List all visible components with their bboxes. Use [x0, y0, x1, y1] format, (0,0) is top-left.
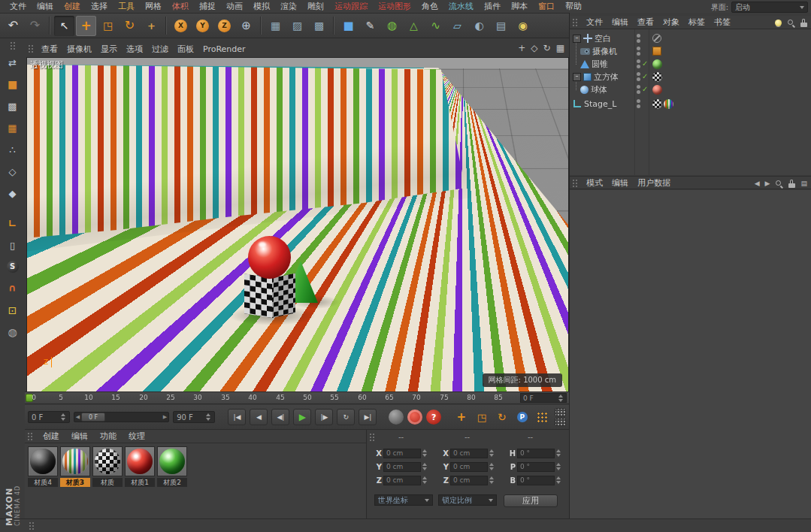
size-y-field[interactable]: Y0 cm — [441, 461, 495, 472]
object-name[interactable]: Stage_L — [584, 99, 616, 109]
viewport-solo-button[interactable]: ▯ — [3, 235, 23, 255]
rotate-tool-button[interactable]: ↻ — [120, 16, 140, 36]
menu-sculpt[interactable]: 雕刻 — [302, 0, 329, 14]
menu-pipeline[interactable]: 流水线 — [443, 0, 479, 14]
material-name[interactable]: 材质3 — [60, 478, 90, 487]
render-settings-button[interactable]: ▩ — [309, 16, 329, 36]
viewport-canvas[interactable]: 透视视图 网格间距: 1000 cm Z — [26, 57, 569, 392]
timeline-ruler[interactable]: 0 5 10 15 20 25 30 35 40 45 50 55 60 65 … — [25, 391, 569, 404]
menu-mesh[interactable]: 网格 — [140, 0, 167, 14]
material-menu-texture[interactable]: 纹理 — [123, 431, 151, 442]
polygons-mode-button[interactable]: ◆ — [3, 183, 23, 203]
field-value[interactable]: 0 cm — [383, 462, 421, 472]
om-menu-file[interactable]: 文件 — [582, 17, 607, 28]
menu-tools[interactable]: 工具 — [113, 0, 140, 14]
goto-start-button[interactable]: |◀ — [228, 409, 246, 425]
size-x-field[interactable]: X0 cm — [441, 448, 495, 458]
stepper-icon[interactable] — [422, 449, 428, 457]
key-parameter-toggle[interactable]: P — [514, 409, 531, 425]
stepper-icon[interactable] — [489, 463, 495, 470]
frame-range-slider[interactable]: ◀ 0 F ▶ — [74, 412, 170, 422]
material-item-selected[interactable]: 材质3 — [60, 446, 90, 487]
material-name[interactable]: 材质2 — [157, 478, 187, 487]
lock-z-axis-button[interactable]: Z — [214, 16, 235, 36]
object-row-cube[interactable]: 立方体 — [573, 71, 619, 83]
points-mode-button[interactable]: ∴ — [3, 140, 23, 159]
om-menu-tags[interactable]: 标签 — [684, 17, 710, 28]
zoom-view-icon[interactable]: ◇ — [531, 44, 537, 53]
live-selection-tool-button[interactable]: ↖ — [54, 16, 74, 36]
field-value[interactable]: 0 cm — [383, 476, 421, 485]
collapse-icon[interactable] — [573, 73, 581, 81]
object-name[interactable]: 摄像机 — [592, 46, 617, 57]
am-menu-mode[interactable]: 模式 — [582, 177, 607, 189]
rotation-h-field[interactable]: H0 ° — [508, 448, 561, 458]
workplane-mode-button[interactable]: ▦ — [3, 118, 23, 138]
menu-render[interactable]: 渲染 — [275, 0, 302, 14]
field-value[interactable]: 0 ° — [517, 449, 555, 458]
material-name[interactable]: 材质 — [92, 478, 123, 487]
display-off-tag-icon[interactable] — [652, 34, 661, 43]
key-pla-toggle[interactable] — [534, 409, 551, 425]
field-value[interactable]: 0 ° — [517, 462, 555, 472]
search-icon[interactable] — [775, 180, 783, 188]
lock-y-axis-button[interactable]: Y — [192, 16, 213, 36]
om-menu-view[interactable]: 查看 — [633, 17, 658, 28]
normal-move-button[interactable]: ◍ — [3, 322, 23, 342]
material-item[interactable]: 材质4 — [28, 446, 58, 487]
visibility-dots[interactable] — [637, 47, 640, 56]
axis-mode-button[interactable]: ∟ — [3, 213, 23, 233]
position-y-field[interactable]: Y0 cm — [374, 461, 428, 472]
visibility-dots[interactable] — [637, 85, 640, 94]
lock-x-axis-button[interactable]: X — [171, 16, 191, 36]
material-menu-function[interactable]: 功能 — [94, 431, 123, 442]
menu-create[interactable]: 创建 — [59, 0, 86, 14]
stepper-icon[interactable] — [556, 463, 561, 470]
size-z-field[interactable]: Z0 cm — [441, 475, 495, 485]
object-name[interactable]: 球体 — [591, 84, 607, 95]
search-icon[interactable] — [787, 19, 795, 27]
object-name[interactable]: 空白 — [595, 33, 611, 44]
object-row-cone[interactable]: 圆锥 — [580, 58, 608, 70]
redo-button[interactable]: ↷ — [25, 16, 45, 36]
viewport-menu-filter[interactable]: 过滤 — [147, 44, 173, 55]
next-frame-button[interactable]: |▶ — [315, 409, 333, 425]
edges-mode-button[interactable]: ◇ — [3, 162, 23, 181]
menu-help[interactable]: 帮助 — [560, 0, 587, 14]
material-thumbnail[interactable] — [60, 446, 90, 476]
material-menu-edit[interactable]: 编辑 — [65, 431, 94, 442]
slider-left-arrow-icon[interactable]: ◀ — [74, 414, 81, 420]
om-menu-bookmarks[interactable]: 书签 — [710, 17, 735, 28]
enabled-check-icon[interactable]: ✓ — [642, 59, 648, 68]
record-button[interactable] — [389, 410, 404, 425]
field-value[interactable]: 0 cm — [450, 449, 488, 458]
camera-object-button[interactable]: ▤ — [491, 16, 511, 36]
visibility-dots[interactable] — [637, 72, 640, 81]
am-menu-userdata[interactable]: 用户数据 — [633, 177, 675, 189]
status-drag-handle[interactable] — [29, 521, 35, 530]
viewport-menu-prorender[interactable]: ProRender — [198, 44, 250, 54]
field-value[interactable]: 0 ° — [517, 476, 555, 485]
material-thumbnail[interactable] — [92, 446, 123, 476]
material-name[interactable]: 材质1 — [125, 478, 155, 487]
stepper-icon[interactable] — [489, 449, 495, 457]
pan-view-icon[interactable]: + — [518, 44, 525, 53]
scale-tool-button[interactable]: ◳ — [98, 16, 118, 36]
stepper-icon[interactable] — [206, 413, 211, 421]
material-thumbnail[interactable] — [125, 446, 155, 476]
menu-snap[interactable]: 捕捉 — [194, 0, 221, 14]
rotation-b-field[interactable]: B0 ° — [508, 475, 561, 485]
stepper-icon[interactable] — [558, 394, 564, 402]
render-picture-viewer-button[interactable]: ▨ — [287, 16, 307, 36]
stepper-icon[interactable] — [556, 476, 561, 484]
menu-mograph[interactable]: 运动图形 — [373, 0, 416, 14]
make-editable-button[interactable]: ⇄ — [3, 53, 23, 72]
generator-button[interactable]: △ — [404, 16, 424, 36]
render-view-button[interactable]: ▦ — [265, 16, 286, 36]
texture-mode-button[interactable]: ▩ — [3, 96, 23, 116]
coordinate-system-button[interactable]: ⊕ — [236, 16, 256, 36]
menu-select[interactable]: 选择 — [86, 0, 113, 14]
coord-system-dropdown[interactable]: 世界坐标 — [374, 494, 433, 506]
last-tool-button[interactable]: + — [141, 16, 162, 36]
protection-tag-icon[interactable] — [652, 47, 661, 56]
